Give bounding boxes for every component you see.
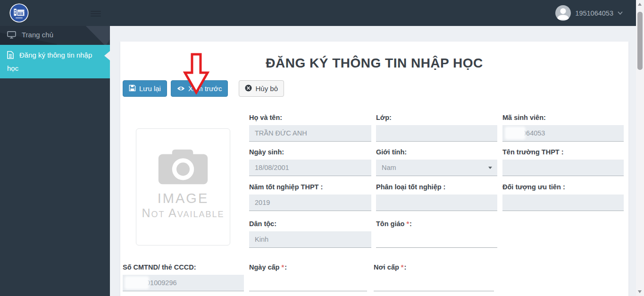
ton-giao-input[interactable] [376,231,497,248]
field-ma-sinh-vien: Mã sinh viên: 064053 [502,114,624,142]
field-ngay-cap: Ngày cấp*: [249,263,367,291]
vertical-scrollbar[interactable] [636,0,644,296]
sidebar-item-label: Đăng ký thông tin nhập học [7,51,92,72]
field-label: Họ và tên: [249,114,371,123]
menu-toggle-icon[interactable] [91,9,101,18]
field-label: Tôn giáo*: [376,220,497,229]
save-button[interactable]: Lưu lại [123,80,167,97]
camera-icon [156,147,210,188]
field-ngay-sinh: Ngày sinh: 18/08/2001 [249,148,371,176]
field-label: Số CMTND/ thẻ CCCD: [123,263,244,273]
field-label: Mã sinh viên: [502,114,624,123]
desktop-icon [7,30,16,42]
ngay-cap-input[interactable] [249,275,367,291]
field-lop: Lớp: [376,114,497,142]
scrollbar-thumb[interactable] [637,12,643,70]
circle-x-icon [245,85,252,93]
gioi-tinh-select[interactable]: Nam [376,160,497,176]
photo-text-line2: Not Available [136,206,230,220]
redaction-blur [506,128,524,138]
ma-sinh-vien-input[interactable]: 064053 [502,125,624,142]
floppy-disk-icon [129,85,136,93]
user-menu[interactable]: 1951064053 [555,5,623,21]
user-id-label: 1951064053 [575,9,613,17]
field-nam-tot-nghiep: Năm tốt nghiệp THPT : 2019 [249,183,371,211]
photo-text-line1: IMAGE [136,191,230,206]
scroll-up-icon[interactable] [638,3,642,6]
save-label: Lưu lại [139,85,161,93]
field-label: Lớp: [376,114,497,123]
dan-toc-input[interactable]: Kinh [249,231,371,248]
nam-tot-nghiep-input[interactable]: 2019 [249,195,371,211]
top-navbar: 1951064053 [0,0,636,26]
doi-tuong-uu-tien-input[interactable] [502,195,624,211]
cancel-label: Hủy bỏ [255,85,278,93]
caret-down-icon [488,167,492,169]
field-dan-toc: Dân tộc: Kinh [249,220,371,248]
photo-placeholder: IMAGE Not Available [136,128,230,245]
field-gioi-tinh: Giới tính: Nam [376,148,497,176]
chevron-down-icon [618,11,623,15]
redaction-blur [126,278,148,288]
ho-va-ten-input[interactable]: TRẦN ĐỨC ANH [249,125,371,142]
lop-input[interactable] [376,125,497,142]
document-icon [7,51,14,62]
field-label: Dân tộc: [249,220,371,229]
red-arrow-annotation-icon [183,53,209,94]
field-so-cmtnd: Số CMTND/ thẻ CCCD: 01009296 [123,263,244,291]
field-label: Ngày sinh: [249,148,371,158]
field-label: Ngày cấp*: [249,263,367,273]
cancel-button[interactable]: Hủy bỏ [239,80,284,97]
required-asterisk: * [281,263,284,271]
noi-cap-input[interactable] [374,275,494,291]
field-phan-loai-tot-nghiep: Phân loại tốt nghiệp : [376,183,497,211]
sidebar-item-home[interactable]: Trang chủ [0,26,110,45]
field-ton-giao: Tôn giáo*: [376,220,497,248]
field-label: Phân loại tốt nghiệp : [376,183,497,193]
so-cmtnd-input[interactable]: 01009296 [123,275,244,291]
field-noi-cap: Nơi cấp*: [374,263,494,291]
phan-loai-tot-nghiep-input[interactable] [376,195,497,211]
field-ho-va-ten: Họ và tên: TRẦN ĐỨC ANH [249,114,371,142]
app: 1951064053 Trang chủ Đăn [0,0,644,296]
field-ten-truong-thpt: Tên trường THPT : [502,148,624,176]
ten-truong-thpt-input[interactable] [502,160,624,176]
sidebar: Trang chủ Đăng ký thông tin nhập học [0,26,110,296]
ngay-sinh-input[interactable]: 18/08/2001 [249,160,371,176]
university-logo[interactable] [9,3,29,23]
sidebar-item-label: Trang chủ [22,31,53,39]
avatar [555,5,571,21]
sidebar-item-enrollment[interactable]: Đăng ký thông tin nhập học [0,45,110,78]
main-content: ĐĂNG KÝ THÔNG TIN NHẬP HỌC Lưu lại [110,26,636,296]
required-asterisk: * [406,220,409,228]
field-label: Nơi cấp*: [374,263,494,273]
field-label: Tên trường THPT : [502,148,624,158]
enrollment-card: ĐĂNG KÝ THÔNG TIN NHẬP HỌC Lưu lại [120,42,628,296]
field-label: Năm tốt nghiệp THPT : [249,183,371,193]
required-asterisk: * [401,263,404,271]
field-label: Giới tính: [376,148,497,158]
field-label: Đối tượng ưu tiên : [502,183,624,193]
scroll-down-icon[interactable] [638,290,642,293]
field-doi-tuong-uu-tien: Đối tượng ưu tiên : [502,183,624,211]
